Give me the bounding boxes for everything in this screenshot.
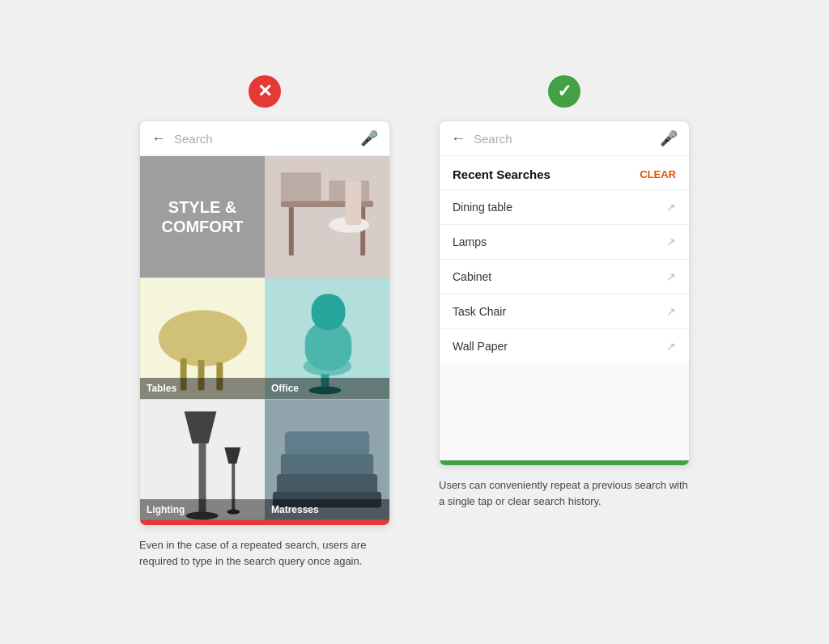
- bad-grid: STYLE & COMFORT: [140, 156, 389, 520]
- lamp-cell: Lighting: [140, 399, 265, 520]
- arrow-icon: ↗: [666, 235, 676, 248]
- search-item-task-chair[interactable]: Task Chair ↗: [440, 294, 689, 328]
- search-item-lamps[interactable]: Lamps ↗: [440, 224, 689, 259]
- good-caption: Users can conveniently repeat a previous…: [439, 477, 690, 509]
- hero-text: STYLE & COMFORT: [161, 197, 243, 236]
- search-item-text: Wall Paper: [453, 340, 508, 353]
- search-item-text: Dining table: [453, 201, 512, 214]
- arrow-icon: ↗: [666, 305, 676, 318]
- recent-searches-title: Recent Searches: [453, 167, 551, 181]
- recent-searches-header: Recent Searches CLEAR: [440, 156, 689, 189]
- good-bottom-bar: [440, 460, 689, 465]
- hero-cell: STYLE & COMFORT: [140, 156, 265, 278]
- svg-rect-7: [345, 180, 361, 225]
- bad-mockup: ← Search 🎤 STYLE & COMFORT: [139, 121, 390, 526]
- svg-rect-4: [281, 172, 321, 201]
- good-mockup: ← Search 🎤 Recent Searches CLEAR Dining …: [439, 121, 690, 466]
- bad-bottom-bar: [140, 520, 389, 525]
- office-label: Office: [265, 378, 389, 399]
- svg-rect-27: [285, 431, 369, 455]
- search-item-dining-table[interactable]: Dining table ↗: [440, 189, 689, 224]
- chair-cell: Office: [265, 278, 389, 399]
- lighting-label: Lighting: [140, 499, 265, 520]
- good-search-placeholder[interactable]: Search: [474, 132, 652, 146]
- tables-label: Tables: [140, 378, 265, 399]
- good-panel: ✓ ← Search 🎤 Recent Searches CLEAR Dinin…: [439, 75, 690, 509]
- svg-rect-16: [312, 294, 346, 330]
- empty-area: [440, 363, 689, 460]
- arrow-icon: ↗: [666, 340, 676, 353]
- clear-button[interactable]: CLEAR: [640, 168, 676, 180]
- svg-rect-29: [277, 474, 377, 494]
- search-item-cabinet[interactable]: Cabinet ↗: [440, 259, 689, 294]
- good-mic-icon[interactable]: 🎤: [660, 129, 678, 147]
- search-item-text: Lamps: [453, 235, 487, 248]
- bad-indicator: ✕: [249, 75, 281, 108]
- table-cell: Tables: [140, 278, 265, 399]
- arrow-icon: ↗: [666, 270, 676, 283]
- svg-point-9: [159, 310, 247, 366]
- bad-search-placeholder[interactable]: Search: [174, 132, 352, 146]
- svg-rect-2: [289, 207, 294, 256]
- bad-caption: Even in the case of a repeated search, u…: [139, 537, 390, 569]
- search-item-text: Task Chair: [453, 305, 506, 318]
- bad-back-arrow-icon[interactable]: ←: [151, 130, 166, 147]
- search-item-text: Cabinet: [453, 270, 491, 283]
- good-search-bar[interactable]: ← Search 🎤: [440, 121, 689, 156]
- arrow-icon: ↗: [666, 201, 676, 214]
- main-container: ✕ ← Search 🎤 STYLE & COMFORT: [16, 75, 813, 569]
- bad-mic-icon[interactable]: 🎤: [360, 129, 378, 147]
- good-indicator: ✓: [548, 75, 580, 108]
- bad-panel: ✕ ← Search 🎤 STYLE & COMFORT: [139, 75, 390, 569]
- bad-search-bar[interactable]: ← Search 🎤: [140, 121, 389, 156]
- search-item-wall-paper[interactable]: Wall Paper ↗: [440, 328, 689, 363]
- good-back-arrow-icon[interactable]: ←: [451, 130, 466, 147]
- matresses-label: Matresses: [265, 499, 389, 520]
- svg-rect-28: [281, 454, 373, 477]
- desk-cell: [265, 156, 389, 278]
- mattress-cell: Matresses: [265, 399, 389, 520]
